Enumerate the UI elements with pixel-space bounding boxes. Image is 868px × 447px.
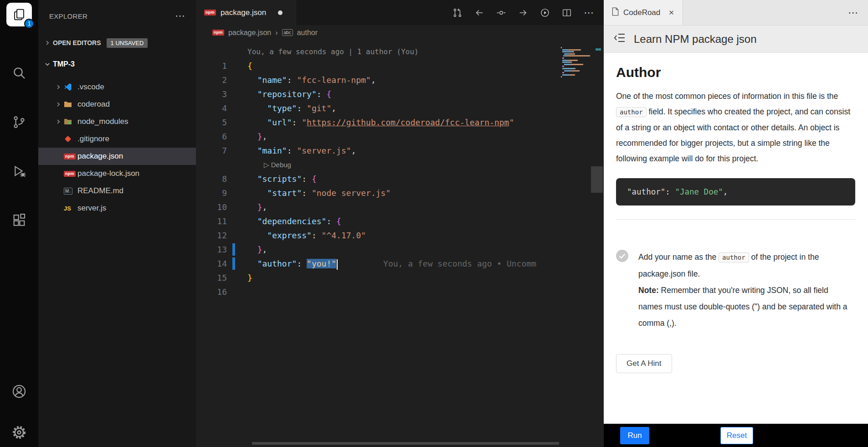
string-symbol-icon: abc [282,29,293,36]
code-line-6[interactable]: 6 }, [196,129,604,144]
unsaved-badge: 1 UNSAVED [107,38,148,48]
file-name: .vscode [77,82,104,92]
code-line-11[interactable]: 11 "dependencies": { [196,214,604,228]
lesson-heading: Author [616,65,855,80]
search-icon[interactable] [10,64,28,82]
chevron-right-icon [53,83,64,91]
reset-button[interactable]: Reset [720,427,753,444]
file-row-.gitignore[interactable]: .gitignore [38,130,196,148]
code-line-13[interactable]: 13 }, [196,242,604,257]
file-name: .gitignore [77,134,109,144]
minimap[interactable] [561,47,590,81]
file-name: package-lock.json [77,169,139,178]
meta-row[interactable]: You, a few seconds ago | 1 author (You) [196,45,604,59]
code-line-5[interactable]: 5 "url": "https://github.com/coderoad/fc… [196,115,604,129]
file-name: package.json [77,152,123,161]
code-line-12[interactable]: 12 "express": "^4.17.0" [196,228,604,242]
tutorial-header: Learn NPM package json [604,26,868,53]
chevron-right-icon [53,101,64,108]
vertical-scrollbar-thumb[interactable] [591,166,603,193]
sidebar-title: EXPLORER [49,12,87,20]
run-button[interactable]: Run [620,427,649,444]
code-editor[interactable]: You, a few seconds ago | 1 author (You)1… [196,40,604,447]
file-row-server.js[interactable]: JSserver.js [38,200,196,217]
file-row-README.md[interactable]: M↓README.md [38,182,196,200]
run-file-icon[interactable] [540,8,550,18]
explorer-sidebar: EXPLORER ⋯ OPEN EDITORS 1 UNSAVED TMP-3 … [38,0,196,447]
get-hint-button[interactable]: Get A Hint [616,354,672,373]
chevron-separator-icon: › [275,29,277,37]
npm-icon: npm [204,10,216,15]
code-line-15[interactable]: 15} [196,271,604,285]
panel-more-icon[interactable]: ⋯ [848,7,868,19]
back-menu-icon[interactable] [614,33,626,46]
settings-gear-icon[interactable] [10,423,28,442]
codelens-row[interactable]: ▷ Debug [196,158,604,172]
code-line-14[interactable]: 14 "author": "you!"You, a few seconds ag… [196,257,604,271]
account-icon[interactable] [10,382,28,401]
vscode-window: 1 EXPLORER ⋯ OPEN EDITORS 1 UNSAVED TMP-… [0,0,868,447]
current-position-icon[interactable] [496,8,506,18]
chevron-down-icon [42,61,53,68]
explorer-activity-button[interactable]: 1 [6,3,32,26]
extensions-icon[interactable] [10,211,28,230]
split-editor-icon[interactable] [562,8,572,18]
editor-group: npm package.json ⋯ npm package.json › ab… [196,0,604,447]
text-cursor [337,259,338,270]
breadcrumb-file[interactable]: package.json [228,29,271,37]
close-icon[interactable]: ✕ [668,9,674,17]
activity-bar: 1 [0,0,38,447]
task-check-icon [616,250,628,262]
source-control-icon[interactable] [10,113,28,131]
code-line-1[interactable]: 1{ [196,59,604,73]
code-line-8[interactable]: 8 "scripts": { [196,172,604,186]
code-line-2[interactable]: 2 "name": "fcc-learn-npm", [196,73,604,87]
git-icon [64,135,77,143]
explorer-more-icon[interactable]: ⋯ [175,14,185,18]
coderoad-tab-bar: CodeRoad ✕ ⋯ [604,0,868,26]
code-line-4[interactable]: 4 "type": "git", [196,101,604,115]
overview-ruler-mark [596,48,601,51]
file-row-coderoad[interactable]: coderoad [38,96,196,113]
horizontal-scrollbar-thumb[interactable] [252,442,559,445]
modified-dot-icon[interactable] [278,10,282,15]
tab-coderoad[interactable]: CodeRoad ✕ [604,0,683,25]
file-name: coderoad [77,100,110,109]
vscode-icon [64,83,77,91]
code-line-7[interactable]: 7 "main": "server.js", [196,144,604,158]
divider [616,219,855,220]
file-row-package-lock.json[interactable]: npmpackage-lock.json [38,165,196,182]
npm-icon: npm [64,154,77,159]
tab-label: package.json [221,8,266,17]
files-icon [12,8,26,21]
file-row-.vscode[interactable]: .vscode [38,78,196,96]
breadcrumb-symbol[interactable]: author [297,29,318,37]
markdown-icon: M↓ [64,188,77,195]
open-editors-section[interactable]: OPEN EDITORS 1 UNSAVED [38,32,196,54]
code-line-3[interactable]: 3 "repository": { [196,87,604,101]
chevron-right-icon [53,118,64,125]
lesson-intro: One of the most common pieces of informa… [616,88,855,166]
navigate-forward-icon[interactable] [518,8,528,18]
code-line-9[interactable]: 9 "start": "node server.js" [196,186,604,200]
workspace-root-label: TMP-3 [53,60,75,68]
document-icon [612,7,619,18]
pull-request-icon[interactable] [452,8,462,18]
coderoad-panel: CodeRoad ✕ ⋯ Learn NPM package json Auth… [604,0,868,447]
run-debug-icon[interactable] [10,162,28,180]
open-editors-label: OPEN EDITORS [53,39,101,46]
file-row-node_modules[interactable]: node_modules [38,113,196,130]
tab-package-json[interactable]: npm package.json [196,0,296,25]
editor-more-icon[interactable]: ⋯ [584,7,594,19]
coderoad-footer: Run Reset [604,424,868,447]
npm-icon: npm [212,30,224,36]
code-line-10[interactable]: 10 }, [196,200,604,214]
file-name: server.js [77,204,106,213]
code-line-16[interactable]: 16 [196,285,604,299]
workspace-root-row[interactable]: TMP-3 [38,54,196,75]
file-row-package.json[interactable]: npmpackage.json [38,148,196,165]
editor-tab-bar: npm package.json ⋯ [196,0,604,25]
navigate-back-icon[interactable] [474,8,484,18]
js-icon: JS [64,205,77,212]
file-name: node_modules [77,117,128,126]
